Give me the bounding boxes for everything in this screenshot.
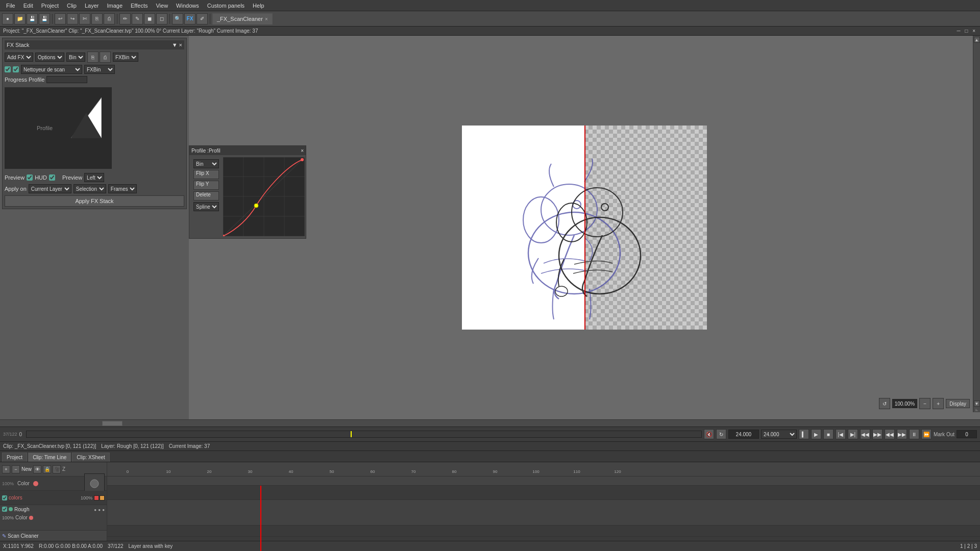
scroll-up-btn[interactable]: ▲ <box>974 37 980 43</box>
menu-project[interactable]: Project <box>37 2 63 10</box>
canvas-viewport[interactable] <box>462 126 707 330</box>
apply-fx-stack-btn[interactable]: Apply FX Stack <box>5 195 184 207</box>
fx-paste-btn[interactable]: ⎙ <box>100 52 111 63</box>
menu-edit[interactable]: Edit <box>19 2 37 10</box>
tl-rough-frames[interactable] <box>107 500 980 525</box>
minimize-btn[interactable]: ─ <box>957 28 960 34</box>
apply-on-selection-select[interactable]: Selection <box>74 184 106 193</box>
tl-rough-visible[interactable] <box>2 507 7 512</box>
profile-graph[interactable] <box>223 157 305 236</box>
menu-image[interactable]: Image <box>103 2 127 10</box>
mute-btn[interactable]: 🔇 <box>704 429 714 439</box>
menu-windows[interactable]: Windows <box>172 2 203 10</box>
paste-btn[interactable]: ⎙ <box>104 13 115 24</box>
fast-btn[interactable]: ⏩ <box>921 429 932 439</box>
tl-sc-frames[interactable] <box>107 525 980 537</box>
prev-play-btn[interactable]: ◀◀ <box>885 429 895 439</box>
tl-eye-btn[interactable]: 👁 <box>33 465 41 473</box>
tab-clip-xsheet[interactable]: Clip: XSheet <box>72 453 110 462</box>
save-as-btn[interactable]: 💾 <box>39 13 50 24</box>
menu-file[interactable]: File <box>2 2 19 10</box>
fx-btn[interactable]: FX <box>184 13 195 24</box>
fx-copy-btn[interactable]: ⎘ <box>87 52 99 63</box>
zoom-plus-btn[interactable]: + <box>933 398 944 409</box>
undo-btn[interactable]: ↩ <box>55 13 66 24</box>
open-btn[interactable]: 📁 <box>14 13 26 24</box>
fx-stack-collapse-btn[interactable]: ▼ <box>172 42 178 48</box>
flip-y-btn[interactable]: Flip Y <box>193 181 219 190</box>
new-btn[interactable]: ● <box>2 13 13 24</box>
fx-preview-check[interactable] <box>13 66 19 72</box>
options-select[interactable]: Options <box>35 53 64 62</box>
canvas-area[interactable]: ▲ ▼ F ↺ 100.00% − + Display <box>189 36 980 419</box>
fill-btn[interactable]: ◼ <box>144 13 155 24</box>
transport-start-btn[interactable]: ▍ <box>799 429 809 439</box>
tl-del-btn[interactable]: − <box>12 465 20 473</box>
menu-effects[interactable]: Effects <box>127 2 152 10</box>
menu-clip[interactable]: Clip <box>63 2 81 10</box>
mark-out-input[interactable] <box>957 430 977 438</box>
fps-select[interactable]: 24.000 <box>761 430 797 439</box>
flip-x-btn[interactable]: Flip X <box>193 170 219 179</box>
transport-ruler[interactable] <box>26 431 702 438</box>
tl-rough-color-swatch[interactable] <box>29 516 33 520</box>
preview-check[interactable] <box>27 174 33 181</box>
scroll-down-btn[interactable]: ▼ <box>974 400 980 407</box>
fx-stack-close-btn[interactable]: × <box>179 42 182 48</box>
maximize-btn[interactable]: □ <box>965 28 968 34</box>
prev-key-btn[interactable]: |◀ <box>836 429 846 439</box>
pen-btn[interactable]: ✐ <box>197 13 208 24</box>
zoom-minus-btn[interactable]: − <box>919 398 930 409</box>
zoom-reset-btn[interactable]: ↺ <box>879 398 890 409</box>
tl-color-orange[interactable] <box>100 495 105 500</box>
tab-scan-cleaner[interactable]: _FX_ScanCleaner × <box>212 13 273 24</box>
tl-cam-btn[interactable]: 🎥 <box>53 465 61 473</box>
save-btn[interactable]: 💾 <box>27 13 38 24</box>
menu-layer[interactable]: Layer <box>81 2 103 10</box>
tab-close-btn[interactable]: × <box>265 16 268 22</box>
next-key-btn[interactable]: ▶| <box>848 429 858 439</box>
select-btn[interactable]: ✏ <box>119 13 131 24</box>
tl-colors-visible[interactable] <box>2 495 7 500</box>
display-btn[interactable]: Display <box>946 399 970 408</box>
stop-btn[interactable]: ■ <box>823 429 834 439</box>
draw-btn[interactable]: ✎ <box>132 13 143 24</box>
tl-lock-btn[interactable]: 🔒 <box>43 465 51 473</box>
hscroll-thumb[interactable] <box>102 421 122 426</box>
bin-select[interactable]: Bin <box>66 53 85 62</box>
copy-btn[interactable]: ⎘ <box>91 13 103 24</box>
hud-check[interactable] <box>49 174 55 181</box>
zoom-btn[interactable]: 🔍 <box>172 13 183 24</box>
next-play-btn[interactable]: ▶▶ <box>897 429 907 439</box>
slow-btn[interactable]: ⏸ <box>909 429 919 439</box>
redo-btn[interactable]: ↪ <box>67 13 78 24</box>
tl-root-color-swatch[interactable] <box>33 481 38 486</box>
loop-btn[interactable]: ↻ <box>716 429 726 439</box>
hscroll[interactable] <box>0 419 980 427</box>
profile-panel-close-btn[interactable]: × <box>301 148 304 154</box>
tab-project[interactable]: Project <box>2 453 27 462</box>
tab-clip-timeline[interactable]: Clip: Time Line <box>28 453 71 462</box>
menu-view[interactable]: View <box>152 2 172 10</box>
prev-frame-btn[interactable]: ◀◀ <box>860 429 870 439</box>
play-btn[interactable]: ▶ <box>811 429 821 439</box>
apply-on-layer-select[interactable]: Current Layer <box>29 184 71 193</box>
tl-color-red[interactable] <box>94 495 99 500</box>
fxbin-select[interactable]: FXBin <box>113 53 138 62</box>
delete-btn[interactable]: Delete <box>193 191 219 201</box>
tl-colors-frames[interactable] <box>107 486 980 500</box>
preview2-select[interactable]: Left <box>84 173 104 182</box>
timeline-right[interactable]: 0102030405060708090100110120 <box>107 462 980 551</box>
fx-enabled-check[interactable] <box>5 66 11 72</box>
fx-profile-select[interactable]: FXBin <box>84 65 115 74</box>
fx-name-select[interactable]: Nettoyeur de scan <box>21 65 82 74</box>
menu-help[interactable]: Help <box>249 2 268 10</box>
spline-select[interactable]: Spline <box>193 202 219 211</box>
add-fx-select[interactable]: Add FX <box>5 53 33 62</box>
close-btn[interactable]: × <box>972 28 975 34</box>
menu-custom-panels[interactable]: Custom panels <box>203 2 249 10</box>
apply-on-frames-select[interactable]: Frames <box>108 184 137 193</box>
profile-bin-select[interactable]: Bin <box>193 159 219 168</box>
next-frame-btn[interactable]: ▶▶ <box>872 429 883 439</box>
erase-btn[interactable]: ◻ <box>156 13 167 24</box>
